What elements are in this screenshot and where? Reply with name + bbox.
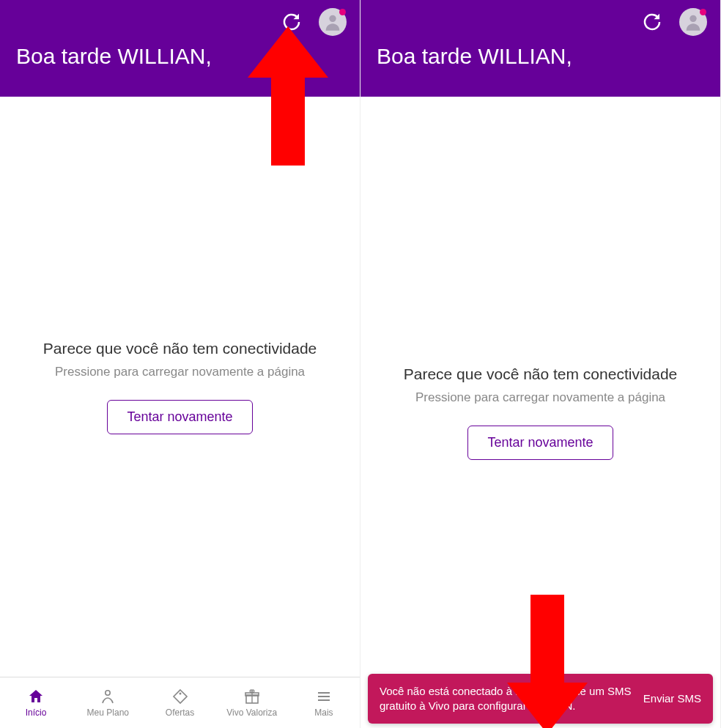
notification-dot [339,9,346,15]
refresh-button[interactable] [641,11,663,33]
nav-more[interactable]: Mais [288,688,360,718]
app-header: Boa tarde WILLIAN, [0,0,360,97]
toast-message: Você não está conectado à Internet. Envi… [380,684,633,714]
tag-icon [171,688,189,705]
gift-icon [243,688,261,705]
avatar-icon [322,12,343,32]
toast-send-sms-button[interactable]: Enviar SMS [643,691,701,706]
error-subtitle: Pressione para carregar novamente a pági… [55,365,305,379]
person-icon [99,688,117,705]
error-subtitle: Pressione para carregar novamente a pági… [415,390,665,405]
main-content: Parece que você não tem conectividade Pr… [0,97,360,677]
nav-label-plan: Meu Plano [87,707,129,718]
refresh-button[interactable] [281,11,303,33]
profile-avatar[interactable] [319,8,347,36]
refresh-icon [641,11,663,33]
svg-point-0 [329,15,336,22]
nav-home[interactable]: Início [0,688,72,718]
refresh-icon [281,11,303,33]
nav-offers[interactable]: Ofertas [144,688,215,718]
nav-label-valoriza: Vivo Valoriza [226,707,277,718]
screen-left: Boa tarde WILLIAN, Parece que você não t… [0,0,360,728]
toast-apn: Você não está conectado à Internet. Envi… [368,674,713,724]
nav-plan[interactable]: Meu Plano [72,688,144,718]
home-icon [27,688,45,705]
greeting-text: Boa tarde WILLIAN, [360,44,720,82]
error-title: Parece que você não tem conectividade [43,340,317,357]
bottom-nav: Início Meu Plano Ofertas Vivo Valoriza M… [0,677,360,728]
menu-icon [315,688,333,705]
greeting-text: Boa tarde WILLIAN, [0,44,360,82]
retry-button[interactable]: Tentar novamente [107,400,252,434]
svg-point-1 [106,691,110,695]
app-header: Boa tarde WILLIAN, [360,0,720,97]
nav-label-offers: Ofertas [166,707,194,718]
main-content: Parece que você não tem conectividade Pr… [360,97,720,728]
profile-avatar[interactable] [679,8,707,36]
error-title: Parece que você não tem conectividade [404,365,678,383]
notification-dot [700,9,706,15]
nav-label-more: Mais [314,707,333,718]
avatar-icon [683,12,703,32]
nav-valoriza[interactable]: Vivo Valoriza [216,688,288,718]
nav-label-home: Início [26,707,47,718]
retry-button[interactable]: Tentar novamente [467,426,613,460]
svg-point-6 [689,15,696,22]
screen-right: Boa tarde WILLIAN, Parece que você não t… [360,0,721,728]
svg-point-2 [179,693,181,695]
